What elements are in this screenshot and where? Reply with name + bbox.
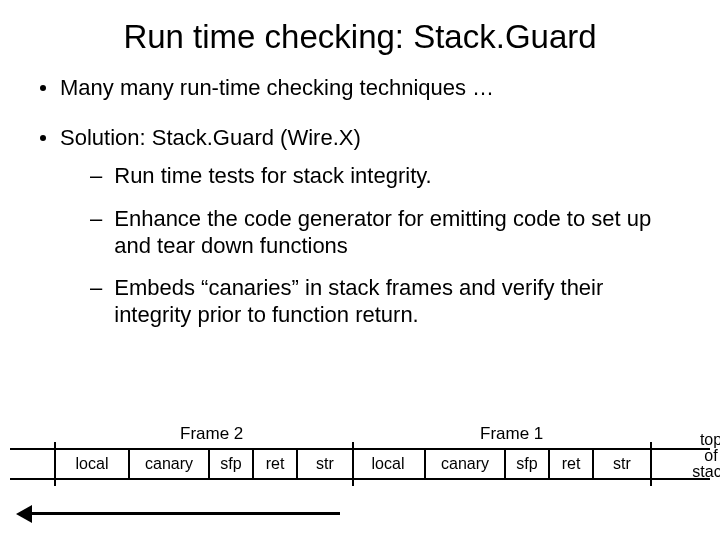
bullet-dot-icon bbox=[40, 85, 46, 91]
cell-str-2: str bbox=[594, 450, 650, 478]
stack-diagram: Frame 2 Frame 1 local canary sfp ret str… bbox=[10, 424, 710, 524]
cell-local-1: local bbox=[56, 450, 130, 478]
frame-2-label: Frame 2 bbox=[180, 424, 243, 444]
cell-ret-2: ret bbox=[550, 450, 594, 478]
cell-sfp-1: sfp bbox=[210, 450, 254, 478]
sub-2-text: Enhance the code generator for emitting … bbox=[114, 206, 674, 260]
dash-icon: – bbox=[90, 206, 102, 233]
bullet-1-text: Many many run-time checking techniques … bbox=[60, 74, 684, 102]
tick-mark bbox=[650, 442, 652, 486]
bullet-row-1: Many many run-time checking techniques … bbox=[36, 74, 684, 102]
bullet-2-text: Solution: Stack.Guard (Wire.X) bbox=[60, 124, 684, 152]
bullet-dot-icon bbox=[40, 135, 46, 141]
sub-bullet-3: – Embeds “canaries” in stack frames and … bbox=[90, 275, 684, 329]
sub-1-text: Run time tests for stack integrity. bbox=[114, 163, 674, 190]
stack-cells: local canary sfp ret str local canary sf… bbox=[10, 448, 710, 480]
dash-icon: – bbox=[90, 275, 102, 302]
top-of-stack-label: top of stack bbox=[686, 432, 720, 480]
cell-str-1: str bbox=[298, 450, 352, 478]
arrow-left-icon bbox=[16, 505, 32, 523]
dash-icon: – bbox=[90, 163, 102, 190]
cell-spacer-left bbox=[10, 450, 56, 478]
cell-ret-1: ret bbox=[254, 450, 298, 478]
tick-mark bbox=[352, 442, 354, 486]
sub-bullet-1: – Run time tests for stack integrity. bbox=[90, 163, 684, 190]
tick-mark bbox=[54, 442, 56, 486]
slide-title: Run time checking: Stack.Guard bbox=[36, 18, 684, 56]
bullet-row-2: Solution: Stack.Guard (Wire.X) bbox=[36, 124, 684, 152]
cell-local-2: local bbox=[352, 450, 426, 478]
arrow-line-icon bbox=[28, 512, 340, 515]
frame-1-label: Frame 1 bbox=[480, 424, 543, 444]
sub-bullet-2: – Enhance the code generator for emittin… bbox=[90, 206, 684, 260]
sub-3-text: Embeds “canaries” in stack frames and ve… bbox=[114, 275, 674, 329]
cell-sfp-2: sfp bbox=[506, 450, 550, 478]
cell-canary-2: canary bbox=[426, 450, 506, 478]
growth-arrow bbox=[10, 504, 710, 522]
frame-labels-row: Frame 2 Frame 1 bbox=[10, 424, 710, 446]
cell-canary-1: canary bbox=[130, 450, 210, 478]
